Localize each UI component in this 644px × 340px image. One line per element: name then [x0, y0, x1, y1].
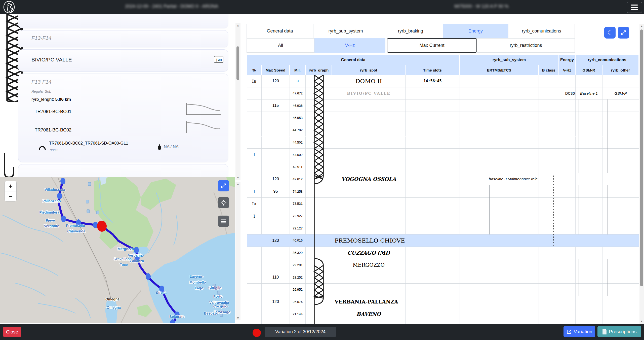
- route-map[interactable]: VilladossolaPallanzenoPiedimuleraPieveVe…: [0, 177, 235, 323]
- map-layers-button[interactable]: [218, 216, 229, 227]
- close-button[interactable]: Close: [3, 327, 21, 337]
- map-label: Lago: [195, 286, 203, 290]
- station-marker[interactable]: [60, 178, 65, 184]
- column-header-v-hz[interactable]: V-Hz: [559, 65, 576, 75]
- scrollbar-thumb[interactable]: [236, 46, 239, 80]
- column-header-ryrb-graph[interactable]: ryrb_graph: [306, 65, 332, 75]
- table-row[interactable]: 12040.016PREMOSELLO CHIOVEND.: [247, 234, 639, 247]
- table-row[interactable]: 29.291MERGOZZO: [247, 259, 639, 271]
- table-row[interactable]: 11546.936: [247, 99, 639, 112]
- tab-ryrb-restrictions[interactable]: ryrb_restrictions: [477, 38, 575, 53]
- column-header-ryrb-other[interactable]: ryrb_other: [602, 65, 639, 75]
- column-header-ertms-etcs[interactable]: ERTMS/ETCS: [460, 65, 539, 75]
- cell-speed: [262, 112, 290, 124]
- map-label: Omegna: [107, 305, 121, 310]
- column-group-header: ryrb_comunications: [576, 55, 639, 65]
- scroll-down-icon[interactable]: ▼: [235, 176, 240, 179]
- map-canvas[interactable]: VilladossolaPallanzenoPiedimuleraPieveVe…: [0, 177, 235, 323]
- crosshair-icon: [221, 200, 227, 206]
- map-fullscreen-button[interactable]: [218, 180, 229, 191]
- table-row[interactable]: 47.672BIVIO/PC VALLEDC30Baseline 1GSM-P: [247, 87, 639, 100]
- cell-speed: [262, 247, 290, 259]
- prescriptions-button[interactable]: Prescriptions: [597, 326, 641, 337]
- table-row[interactable]: 72.127: [247, 222, 639, 234]
- tab-max-current[interactable]: Max Current: [387, 38, 477, 53]
- tab-energy[interactable]: Energy: [443, 24, 508, 38]
- cell-mil: 26.074: [290, 296, 306, 308]
- table-row[interactable]: 21.144BAVENO: [247, 308, 639, 320]
- menu-hamburger-icon[interactable]: [627, 2, 642, 13]
- gradient-sparkline: [184, 120, 222, 135]
- map-locate-button[interactable]: [218, 197, 229, 208]
- station-marker[interactable]: [146, 273, 151, 280]
- scroll-up-icon[interactable]: ▲: [235, 24, 240, 27]
- cell-mil: 42.612: [290, 173, 306, 185]
- tab-general-data[interactable]: General data: [247, 24, 313, 38]
- station-marker[interactable]: [61, 216, 66, 222]
- table-row[interactable]: 11028.252: [247, 271, 639, 284]
- station-marker[interactable]: [134, 247, 139, 253]
- column-header-ryrb-spot[interactable]: ryrb_spot: [332, 65, 406, 75]
- cell-pct: [247, 112, 262, 124]
- sidebar-card-bivio[interactable]: BIVIO/PC VALLE jun: [18, 49, 228, 72]
- table-scrollbar[interactable]: ▲ ▼: [639, 24, 644, 324]
- cell-spot: CUZZAGO (MI): [332, 247, 406, 259]
- station-marker[interactable]: [57, 193, 62, 199]
- table-row[interactable]: 44.702: [247, 124, 639, 137]
- sidebar-scrollbar[interactable]: ▲ ▼: [235, 23, 240, 180]
- track-item[interactable]: TR7061-BC-BC01: [35, 109, 71, 114]
- table-row[interactable]: I72.927: [247, 210, 639, 222]
- zoom-out-button[interactable]: −: [5, 191, 16, 201]
- sidebar-card-partial[interactable]: [18, 14, 228, 28]
- table-row[interactable]: I9574.258: [247, 185, 639, 198]
- column-header-b-class[interactable]: B class: [539, 65, 559, 75]
- table-row[interactable]: 42.911: [247, 161, 639, 173]
- app-logo-puzzle-icon[interactable]: [3, 1, 15, 13]
- fullscreen-button[interactable]: [618, 27, 629, 39]
- night-mode-button[interactable]: ☾: [604, 27, 616, 39]
- table-row[interactable]: 45.953: [247, 112, 639, 124]
- sidebar-track-end-graph: [2, 153, 17, 180]
- scroll-up-icon[interactable]: ▲: [639, 24, 644, 28]
- cell-gsmr: [576, 137, 602, 149]
- table-row[interactable]: 36.329CUZZAGO (MI): [247, 247, 639, 259]
- sidebar-scrollbar-lower[interactable]: ▲ ▼: [235, 182, 240, 320]
- sidebar-card-segment-detail[interactable]: F13-F14 Regular SoL ryrb_lenght: 5.06 km…: [18, 74, 228, 162]
- table-row[interactable]: 12042.612VOGOGNA OSSOLAbaseline 3 Mainte…: [247, 173, 639, 186]
- document-icon: [602, 329, 607, 334]
- sidebar-card-f13[interactable]: F13-F14: [18, 30, 228, 47]
- scrollbar-thumb[interactable]: [640, 29, 643, 286]
- tab-ryrb-comunications[interactable]: ryrb_comunications: [508, 24, 575, 38]
- cell-vhz: [559, 137, 576, 149]
- tab-ryrb-braking[interactable]: ryrb_braking: [378, 24, 443, 38]
- column-header-mil-[interactable]: Mil.: [290, 65, 306, 75]
- track-sub-item[interactable]: TR7061-BC-BC02_TR7061-SD-OA00-GL1: [49, 141, 128, 146]
- scroll-up-icon[interactable]: ▲: [235, 182, 240, 186]
- value-range-line: [582, 259, 582, 296]
- track-item[interactable]: TR7061-BC-BC02: [35, 127, 71, 133]
- table-row[interactable]: Ia73.531: [247, 198, 639, 210]
- tab-ryrb-sub-system[interactable]: ryrb_sub_system: [313, 24, 378, 38]
- cell-gsmr: Baseline 1: [576, 87, 602, 99]
- table-row[interactable]: 26.952: [247, 284, 639, 296]
- variation-button[interactable]: Variation: [564, 326, 595, 337]
- cell-spot: [332, 124, 406, 136]
- column-header-gsm-r[interactable]: GSM-R: [576, 65, 602, 75]
- current-position-marker[interactable]: [97, 221, 107, 232]
- tab-all[interactable]: All: [247, 38, 314, 53]
- scroll-down-icon[interactable]: ▼: [235, 316, 240, 320]
- column-header--[interactable]: %: [247, 65, 262, 75]
- table-row[interactable]: Ia1200DOMO II14:56:45: [247, 75, 639, 87]
- table-row[interactable]: 44.502: [247, 137, 639, 149]
- tab-v-hz[interactable]: V-Hz: [314, 38, 385, 53]
- table-row[interactable]: 12026.074VERBANIA-PALLANZA: [247, 296, 639, 308]
- column-header-time-slots[interactable]: Time slots: [406, 65, 460, 75]
- table-row[interactable]: I44.002: [247, 149, 639, 161]
- zoom-in-button[interactable]: +: [5, 181, 16, 191]
- cell-pct: [247, 259, 262, 271]
- cell-vhz: [559, 284, 576, 296]
- station-marker[interactable]: [93, 222, 98, 228]
- scroll-down-icon[interactable]: ▼: [639, 320, 644, 323]
- column-header-max-speed[interactable]: Max Speed: [262, 65, 290, 75]
- cell-bclass: [539, 284, 559, 296]
